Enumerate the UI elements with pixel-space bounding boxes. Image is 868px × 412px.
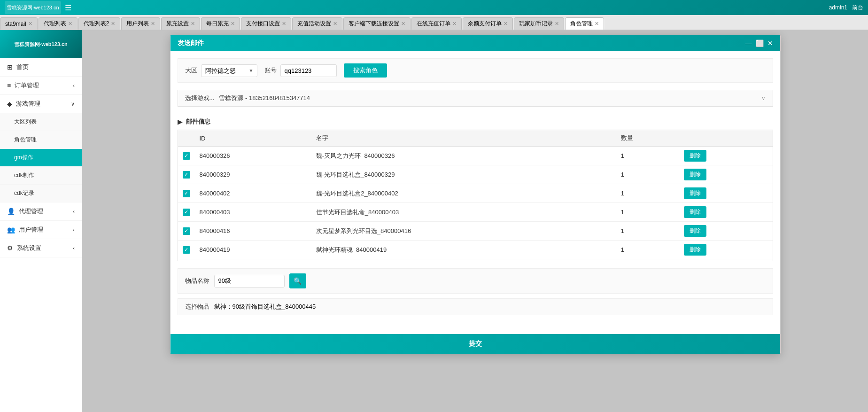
row-checkbox[interactable] — [183, 190, 190, 197]
chevron-down-icon: ∨ — [761, 95, 766, 101]
row-quantity: 1 — [616, 241, 679, 259]
tab-close-icon[interactable]: ✕ — [191, 21, 195, 27]
tab-online-order[interactable]: 在线充值订单 ✕ — [411, 17, 462, 30]
table-row: 840000439 弑神：90级飞升秘药_840000439 1 删除 — [178, 259, 773, 262]
tab-coin-record[interactable]: 玩家加币记录 ✕ — [514, 17, 564, 30]
tab-close-icon[interactable]: ✕ — [151, 21, 155, 27]
sidebar-item-cdk-log[interactable]: cdk记录 — [0, 185, 82, 202]
menu-icon[interactable]: ☰ — [65, 3, 71, 12]
tab-close-icon[interactable]: ✕ — [504, 21, 508, 27]
region-select[interactable]: 阿拉德之怒 — [201, 64, 257, 77]
row-action: 删除 — [679, 241, 773, 259]
sidebar-item-agent[interactable]: 👤 代理管理 ‹ — [0, 202, 82, 221]
sidebar-item-role[interactable]: 角色管理 — [0, 131, 82, 149]
row-checkbox[interactable] — [183, 152, 190, 160]
table-row: 840000326 魏-灭风之力光环_840000326 1 删除 — [178, 147, 773, 165]
tab-close-icon[interactable]: ✕ — [452, 21, 457, 27]
modal-header: 发送邮件 — ⬜ ✕ — [170, 35, 780, 51]
row-checkbox-cell — [178, 165, 195, 184]
tab-close-icon[interactable]: ✕ — [28, 21, 32, 27]
tab-daily-recharge[interactable]: 每日累充 ✕ — [201, 17, 240, 30]
row-name: 弑神光环精魂_840000419 — [311, 241, 616, 259]
sidebar-item-game[interactable]: ◆ 游戏管理 ∨ — [0, 95, 82, 113]
modal-close-button[interactable]: ✕ — [767, 39, 773, 47]
tab-close-icon[interactable]: ✕ — [555, 21, 559, 27]
tab-user-list[interactable]: 用户列表 ✕ — [121, 17, 160, 30]
prev-button[interactable]: 前台 — [852, 4, 863, 12]
selected-item-row: 选择物品 弑神：90级首饰目选礼盒_840000445 — [178, 298, 773, 315]
row-checkbox-cell — [178, 222, 195, 241]
tab-close-icon[interactable]: ✕ — [68, 21, 72, 27]
items-table-container: ID 名字 数量 840000326 魏-灭风之力光环_840000326 — [178, 130, 773, 261]
delete-button[interactable]: 删除 — [684, 225, 706, 237]
tab-recharge-setting[interactable]: 累充设置 ✕ — [161, 17, 200, 30]
row-checkbox-cell — [178, 259, 195, 262]
row-id: 840000416 — [195, 222, 311, 241]
item-search-label: 物品名称 — [185, 277, 209, 285]
arrow-icon: ‹ — [73, 83, 75, 88]
row-checkbox[interactable] — [183, 209, 190, 216]
tab-close-icon[interactable]: ✕ — [595, 21, 599, 27]
row-id: 840000439 — [195, 259, 311, 262]
modal-overlay: 发送邮件 — ⬜ ✕ 大区 — [82, 30, 868, 412]
row-quantity: 1 — [616, 203, 679, 222]
sidebar-item-cdk-make[interactable]: cdk制作 — [0, 167, 82, 185]
row-name: 魏-光环目选礼盒_840000329 — [311, 165, 616, 184]
region-label: 大区 — [185, 66, 197, 75]
tab-close-icon[interactable]: ✕ — [333, 21, 337, 27]
row-checkbox-cell — [178, 241, 195, 259]
tab-agent-list[interactable]: 代理列表 ✕ — [39, 17, 78, 30]
tab-sta9mail[interactable]: sta9mail ✕ — [0, 17, 38, 30]
sidebar-item-system[interactable]: ⚙ 系统设置 ‹ — [0, 239, 82, 257]
tab-recharge-activity[interactable]: 充值活动设置 ✕ — [292, 17, 342, 30]
modal-minimize-button[interactable]: — — [745, 39, 752, 47]
row-quantity: 1 — [616, 222, 679, 241]
sidebar-sub-game: 大区列表 角色管理 gm操作 cdk制作 cdk记录 — [0, 113, 82, 202]
sidebar-item-region[interactable]: 大区列表 — [0, 113, 82, 131]
submit-button[interactable]: 提交 — [469, 340, 482, 348]
tab-client-download[interactable]: 客户端下载连接设置 ✕ — [343, 17, 411, 30]
row-checkbox[interactable] — [183, 171, 190, 179]
table-row: 840000402 魏-光环目选礼盒2_840000402 1 删除 — [178, 184, 773, 203]
game-icon: ◆ — [7, 100, 12, 108]
app-logo: 雪糕资源网·web123.cn — [5, 1, 61, 14]
row-checkbox-cell — [178, 147, 195, 165]
th-checkbox — [178, 130, 195, 147]
account-field-group: 账号 — [264, 64, 337, 77]
search-role-button[interactable]: 搜索角色 — [344, 63, 387, 78]
table-row: 840000419 弑神光环精魂_840000419 1 删除 — [178, 241, 773, 259]
sidebar-logo: 雪糕资源网·web123.cn — [0, 30, 82, 58]
tab-close-icon[interactable]: ✕ — [111, 21, 115, 27]
sidebar-item-gm[interactable]: gm操作 — [0, 149, 82, 167]
tab-agent-list2[interactable]: 代理列表2 ✕ — [78, 17, 121, 30]
main-layout: 雪糕资源网·web123.cn ⊞ 首页 ≡ 订单管理 ‹ ◆ 游戏管理 ∨ 大… — [0, 30, 868, 412]
row-checkbox[interactable] — [183, 227, 190, 235]
delete-button[interactable]: 删除 — [684, 206, 706, 218]
row-quantity: 1 — [616, 259, 679, 262]
row-id: 840000402 — [195, 184, 311, 203]
account-input[interactable] — [280, 64, 337, 77]
mail-info-section[interactable]: ▶ 邮件信息 — [178, 114, 773, 130]
tab-role-manage[interactable]: 角色管理 ✕ — [565, 17, 604, 30]
delete-button[interactable]: 删除 — [684, 169, 706, 180]
item-search-button[interactable]: 🔍 — [289, 273, 306, 288]
delete-button[interactable]: 删除 — [684, 244, 706, 256]
tab-balance-order[interactable]: 余额支付订单 ✕ — [463, 17, 513, 30]
delete-button[interactable]: 删除 — [684, 187, 706, 199]
sidebar-item-user[interactable]: 👥 用户管理 ‹ — [0, 221, 82, 239]
sidebar-item-home[interactable]: ⊞ 首页 — [0, 58, 82, 77]
tab-close-icon[interactable]: ✕ — [231, 21, 235, 27]
tab-close-icon[interactable]: ✕ — [401, 21, 405, 27]
row-action: 删除 — [679, 203, 773, 222]
tab-payment[interactable]: 支付接口设置 ✕ — [241, 17, 291, 30]
delete-button[interactable]: 删除 — [684, 150, 706, 162]
modal-maximize-button[interactable]: ⬜ — [756, 39, 764, 47]
sidebar-item-order[interactable]: ≡ 订单管理 ‹ — [0, 77, 82, 95]
items-table: ID 名字 数量 840000326 魏-灭风之力光环_840000326 — [178, 130, 773, 261]
row-checkbox[interactable] — [183, 246, 190, 254]
tab-close-icon[interactable]: ✕ — [282, 21, 286, 27]
home-icon: ⊞ — [7, 63, 13, 71]
row-action: 删除 — [679, 259, 773, 262]
item-search-input[interactable] — [214, 275, 285, 288]
row-name: 弑神：90级飞升秘药_840000439 — [311, 259, 616, 262]
